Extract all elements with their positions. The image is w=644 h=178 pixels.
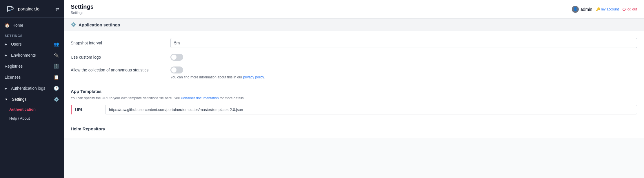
- settings-chevron-icon: ▼: [5, 98, 8, 101]
- anon-stats-hint-prefix: You can find more information about this…: [170, 75, 242, 79]
- url-label: URL: [75, 107, 98, 112]
- settings-icon: ⚙️: [54, 97, 59, 102]
- sidebar-auth-logs-label: Authentication logs: [11, 86, 45, 91]
- sidebar-item-settings[interactable]: ▼ Settings ⚙️: [0, 94, 64, 105]
- home-icon: 🏠: [5, 23, 10, 28]
- sidebar-home-label: Home: [12, 23, 23, 28]
- custom-logo-row: Use custom logo: [71, 54, 637, 61]
- environments-chevron-icon: ▶: [5, 53, 7, 57]
- licenses-icon: 📋: [54, 75, 59, 80]
- settings-gear-icon: ⚙️: [71, 22, 76, 27]
- main-area: Settings Settings 👤 admin 🔑 my account ⏻…: [64, 0, 644, 178]
- app-templates-hint-prefix: You can specify the URL to your own temp…: [71, 96, 180, 100]
- custom-logo-slider: [170, 54, 183, 61]
- logo-text: portainer.io: [18, 6, 39, 11]
- sidebar-item-help-about[interactable]: Help / About: [0, 114, 64, 123]
- users-icon: 👥: [54, 42, 59, 47]
- anon-stats-label: Allow the collection of anonymous statis…: [71, 68, 163, 72]
- sidebar-item-authentication[interactable]: Authentication: [0, 105, 64, 114]
- sidebar-logo: portainer.io ⇄: [0, 0, 64, 18]
- anon-stats-slider: [170, 66, 183, 73]
- user-name: admin: [581, 7, 592, 12]
- authentication-label: Authentication: [9, 107, 36, 112]
- help-about-label: Help / About: [9, 116, 30, 121]
- app-templates-hint-suffix: for more details.: [220, 96, 245, 100]
- sidebar-registries-label: Registries: [5, 64, 23, 69]
- anon-stats-toggle[interactable]: [170, 66, 183, 73]
- snapshot-input[interactable]: [170, 38, 637, 48]
- sidebar: portainer.io ⇄ 🏠 Home SETTINGS ▶ Users 👥…: [0, 0, 64, 178]
- section-title: Application settings: [79, 22, 120, 27]
- sidebar-item-home[interactable]: 🏠 Home: [0, 20, 64, 30]
- app-templates-title: App Templates: [71, 89, 637, 94]
- logout-icon: ⏻: [622, 7, 626, 11]
- snapshot-label: Snapshot interval: [71, 41, 163, 45]
- auth-logs-chevron-icon: ▶: [5, 87, 7, 90]
- settings-section-label: SETTINGS: [0, 30, 64, 39]
- sidebar-users-label: Users: [11, 42, 22, 46]
- my-account-link[interactable]: 🔑 my account: [596, 7, 619, 11]
- anon-stats-row: Allow the collection of anonymous statis…: [71, 66, 637, 73]
- custom-logo-toggle[interactable]: [170, 54, 183, 61]
- sidebar-nav: 🏠 Home SETTINGS ▶ Users 👥 ▶ Environments…: [0, 18, 64, 178]
- environments-icon: 🔌: [54, 53, 59, 58]
- sidebar-item-users[interactable]: ▶ Users 👥: [0, 39, 64, 50]
- divider-2: [71, 119, 637, 119]
- portainer-logo-icon: [5, 3, 15, 14]
- users-chevron-icon: ▶: [5, 42, 7, 46]
- sidebar-item-environments[interactable]: ▶ Environments 🔌: [0, 50, 64, 61]
- url-row: URL: [71, 105, 637, 114]
- privacy-policy-link[interactable]: privacy policy: [243, 75, 264, 79]
- custom-logo-label: Use custom logo: [71, 55, 163, 60]
- section-body: Snapshot interval Use custom logo Allow …: [64, 31, 644, 138]
- user-avatar: 👤: [572, 6, 579, 13]
- sidebar-licenses-label: Licenses: [5, 75, 21, 80]
- helm-title: Helm Repository: [71, 126, 637, 131]
- sidebar-item-licenses[interactable]: Licenses 📋: [0, 72, 64, 83]
- url-input[interactable]: [105, 105, 637, 114]
- snapshot-interval-row: Snapshot interval: [71, 38, 637, 48]
- portainer-docs-link[interactable]: Portainer documentation: [181, 96, 219, 100]
- key-icon: 🔑: [596, 7, 600, 11]
- auth-logs-icon: 🕐: [54, 86, 59, 91]
- topbar: Settings Settings 👤 admin 🔑 my account ⏻…: [64, 0, 644, 19]
- section-header: ⚙️ Application settings: [64, 19, 644, 31]
- transfer-icon[interactable]: ⇄: [55, 6, 59, 12]
- user-info: 👤 admin: [572, 6, 592, 13]
- app-templates-hint: You can specify the URL to your own temp…: [71, 96, 637, 100]
- log-out-link[interactable]: ⏻ log out: [622, 7, 637, 11]
- divider-1: [71, 84, 637, 84]
- anon-stats-hint: You can find more information about this…: [170, 75, 637, 79]
- page-title: Settings: [71, 3, 94, 10]
- topbar-links: 🔑 my account ⏻ log out: [596, 7, 637, 11]
- registries-icon: 🗄️: [54, 64, 59, 69]
- topbar-right: 👤 admin 🔑 my account ⏻ log out: [572, 6, 637, 13]
- sidebar-environments-label: Environments: [11, 53, 36, 57]
- sidebar-item-registries[interactable]: Registries 🗄️: [0, 61, 64, 72]
- breadcrumb: Settings: [71, 11, 94, 15]
- sidebar-settings-label: Settings: [12, 97, 27, 102]
- content-area: ⚙️ Application settings Snapshot interva…: [64, 19, 644, 178]
- sidebar-item-authentication-logs[interactable]: ▶ Authentication logs 🕐: [0, 83, 64, 94]
- topbar-left: Settings Settings: [71, 3, 94, 15]
